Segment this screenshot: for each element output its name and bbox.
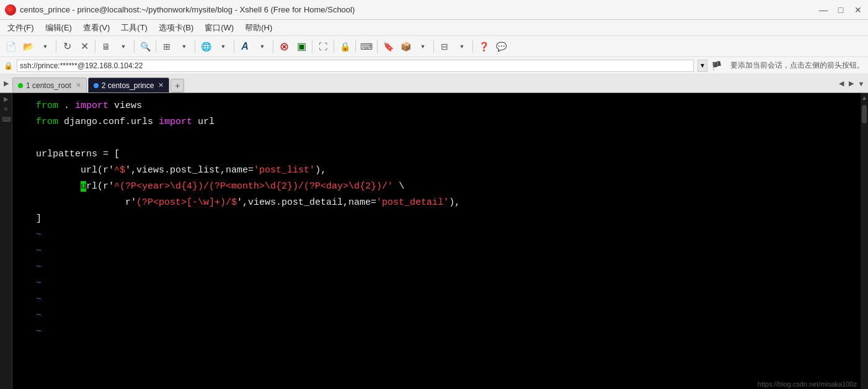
status-url: https://blog.csdn.net/misaka100z xyxy=(755,379,859,389)
main-content: ▶ ≡ ⌨ ▲ from . import views from django.… xyxy=(0,93,868,389)
tab-left-control[interactable]: ▶ xyxy=(0,74,12,92)
menu-tools[interactable]: 工具(T) xyxy=(116,21,153,35)
tab-list-btn[interactable]: ▼ xyxy=(857,78,866,90)
toolbar-sep12 xyxy=(433,40,434,53)
toolbar-search[interactable]: 🔍 xyxy=(137,38,153,55)
menu-edit[interactable]: 编辑(E) xyxy=(40,21,77,35)
toolbar-dropdown3[interactable]: ▼ xyxy=(176,38,192,55)
toolbar-sep7 xyxy=(273,40,273,53)
tab-add-button[interactable]: + xyxy=(170,79,184,92)
toolbar-sep4 xyxy=(156,40,156,53)
toolbar-monitor[interactable]: 🖥 xyxy=(98,38,114,55)
menu-bar: 文件(F) 编辑(E) 查看(V) 工具(T) 选项卡(B) 窗口(W) 帮助(… xyxy=(0,20,868,36)
tab-next-btn[interactable]: ▶ xyxy=(847,78,856,90)
code-line-6: url(r'^(?P<year>\d{4})/(?P<month>\d{2})/… xyxy=(36,179,868,195)
tab-close-2[interactable]: ✕ xyxy=(158,81,164,89)
code-line-8: ] xyxy=(36,211,868,227)
toolbar-dropdown6[interactable]: ▼ xyxy=(415,38,431,55)
code-line-12: ~ xyxy=(36,275,868,292)
tab-dot-blue xyxy=(94,83,99,88)
address-dropdown[interactable]: ▼ xyxy=(698,60,707,72)
address-input[interactable] xyxy=(17,60,694,72)
address-hint-text: 要添加当前会话，点击左侧的箭头按钮。 xyxy=(725,60,864,71)
toolbar-green-square[interactable]: ▣ xyxy=(293,38,309,55)
menu-window[interactable]: 窗口(W) xyxy=(200,21,239,35)
toolbar-fullscreen[interactable]: ⛶ xyxy=(315,38,331,55)
code-line-3 xyxy=(36,130,868,146)
toolbar-sep8 xyxy=(312,40,312,53)
title-bar-controls: — □ ✕ xyxy=(818,5,863,15)
toolbar-sep10 xyxy=(355,40,356,53)
toolbar-dropdown2[interactable]: ▼ xyxy=(115,38,131,55)
tab-dot-green xyxy=(18,83,23,88)
tab-right-controls: ◀ ▶ ▼ xyxy=(837,74,868,92)
title-bar: centos_prince - prince@localhost:~/pytho… xyxy=(0,0,868,20)
close-button[interactable]: ✕ xyxy=(853,5,863,15)
toolbar-layout[interactable]: ⊞ xyxy=(159,38,175,55)
side-icon-1[interactable]: ▶ xyxy=(2,96,9,102)
bookmark-icon: 🏴 xyxy=(711,61,722,71)
code-line-13: ~ xyxy=(36,292,868,308)
toolbar-stop[interactable]: ✕ xyxy=(76,38,92,55)
menu-file[interactable]: 文件(F) xyxy=(2,21,39,35)
toolbar-sep1 xyxy=(56,40,56,53)
code-line-1: from . import views xyxy=(36,98,868,114)
toolbar-dropdown4[interactable]: ▼ xyxy=(215,38,231,55)
code-editor[interactable]: ▲ from . import views from django.conf.u… xyxy=(12,93,868,389)
app-icon xyxy=(5,4,16,16)
toolbar-refresh[interactable]: ↻ xyxy=(59,38,75,55)
toolbar-chat[interactable]: 💬 xyxy=(493,38,509,55)
toolbar-sep3 xyxy=(134,40,135,53)
tab-label-2: 2 centos_prince xyxy=(102,81,154,90)
toolbar-keyboard[interactable]: ⌨ xyxy=(358,38,374,55)
code-content: from . import views from django.conf.url… xyxy=(31,93,868,389)
tab-close-1[interactable]: ✕ xyxy=(76,81,81,89)
toolbar-red-circle[interactable]: ⊗ xyxy=(276,38,292,55)
tab-bar: ▶ 1 centos_root ✕ 2 centos_prince ✕ + ◀ … xyxy=(0,74,868,93)
toolbar-help[interactable]: ❓ xyxy=(476,38,492,55)
toolbar-open[interactable]: 📂 xyxy=(20,38,36,55)
toolbar-sep11 xyxy=(377,40,378,53)
toolbar-sep5 xyxy=(195,40,195,53)
lock-icon: 🔒 xyxy=(4,61,13,70)
toolbar-grid[interactable]: ⊟ xyxy=(436,38,453,55)
code-line-11: ~ xyxy=(36,259,868,275)
code-line-2: from django.conf.urls import url xyxy=(36,114,868,130)
toolbar-sep2 xyxy=(95,40,95,53)
tab-prev-btn[interactable]: ◀ xyxy=(837,78,846,90)
toolbar-sep13 xyxy=(472,40,473,53)
code-line-15: ~ xyxy=(36,324,868,340)
toolbar-dropdown5[interactable]: ▼ xyxy=(254,38,270,55)
toolbar-dropdown1[interactable]: ▼ xyxy=(37,38,53,55)
side-panel: ▶ ≡ ⌨ xyxy=(0,93,12,389)
toolbar-dropdown7[interactable]: ▼ xyxy=(454,38,470,55)
toolbar-new[interactable]: 📄 xyxy=(2,38,19,55)
toolbar-sep6 xyxy=(234,40,234,53)
code-line-4: urlpatterns = [ xyxy=(36,146,868,163)
toolbar-globe[interactable]: 🌐 xyxy=(198,38,214,55)
code-line-10: ~ xyxy=(36,243,868,259)
window-title: centos_prince - prince@localhost:~/pytho… xyxy=(20,5,355,14)
toolbar-sep9 xyxy=(334,40,334,53)
side-icon-2[interactable]: ≡ xyxy=(2,107,9,111)
menu-view[interactable]: 查看(V) xyxy=(78,21,115,35)
tab-label-1: 1 centos_root xyxy=(26,81,71,90)
toolbar-font[interactable]: A xyxy=(237,38,253,55)
menu-help[interactable]: 帮助(H) xyxy=(240,21,277,35)
menu-tabs[interactable]: 选项卡(B) xyxy=(154,21,198,35)
code-line-14: ~ xyxy=(36,308,868,324)
address-bar: 🔒 ▼ 🏴 要添加当前会话，点击左侧的箭头按钮。 xyxy=(0,57,868,74)
toolbar: 📄 📂 ▼ ↻ ✕ 🖥 ▼ 🔍 ⊞ ▼ 🌐 ▼ A ▼ ⊗ ▣ ⛶ 🔒 ⌨ 🔖 … xyxy=(0,36,868,57)
toolbar-package[interactable]: 📦 xyxy=(397,38,414,55)
maximize-button[interactable]: □ xyxy=(836,5,846,15)
code-line-5: url(r'^$',views.post_list,name='post_lis… xyxy=(36,163,868,179)
title-bar-left: centos_prince - prince@localhost:~/pytho… xyxy=(5,4,355,16)
tab-centos-prince[interactable]: 2 centos_prince ✕ xyxy=(88,78,170,92)
side-icon-3[interactable]: ⌨ xyxy=(2,116,9,123)
code-line-7: r'(?P<post>[-\w]+)/$',views.post_detail,… xyxy=(36,195,868,211)
toolbar-lock[interactable]: 🔒 xyxy=(337,38,353,55)
tab-centos-root[interactable]: 1 centos_root ✕ xyxy=(12,78,87,92)
code-line-9: ~ xyxy=(36,227,868,243)
minimize-button[interactable]: — xyxy=(818,5,828,15)
toolbar-bookmark[interactable]: 🔖 xyxy=(380,38,396,55)
